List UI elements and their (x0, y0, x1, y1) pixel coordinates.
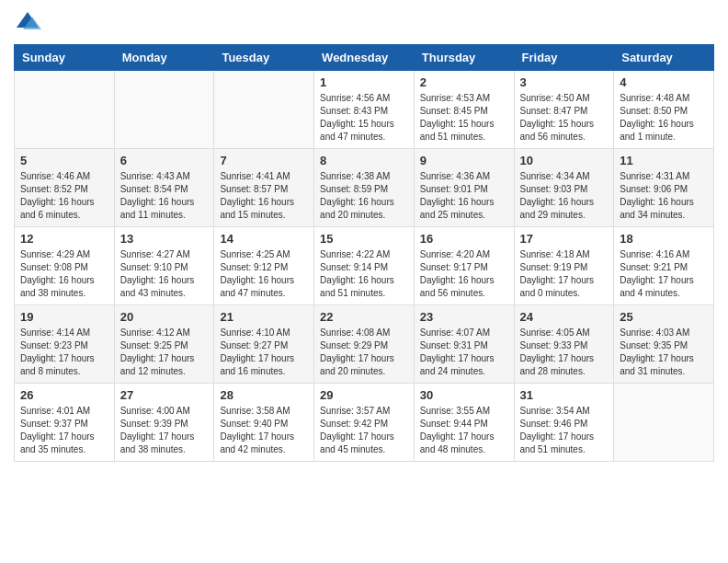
calendar-cell: 6Sunrise: 4:43 AMSunset: 8:54 PMDaylight… (114, 149, 214, 227)
calendar-week-row: 12Sunrise: 4:29 AMSunset: 9:08 PMDayligh… (15, 227, 714, 305)
calendar-cell: 9Sunrise: 4:36 AMSunset: 9:01 PMDaylight… (414, 149, 514, 227)
calendar-cell (15, 71, 115, 149)
calendar-cell (614, 384, 714, 462)
logo-icon (14, 9, 41, 37)
day-number: 18 (620, 232, 708, 246)
day-number: 16 (420, 232, 508, 246)
day-number: 26 (20, 388, 108, 402)
day-info: Sunrise: 4:34 AMSunset: 9:03 PMDaylight:… (520, 170, 609, 222)
day-info: Sunrise: 4:27 AMSunset: 9:10 PMDaylight:… (120, 248, 209, 300)
day-number: 9 (420, 154, 508, 167)
day-info: Sunrise: 4:16 AMSunset: 9:21 PMDaylight:… (620, 248, 708, 300)
day-number: 5 (20, 154, 108, 167)
calendar-cell: 3Sunrise: 4:50 AMSunset: 8:47 PMDaylight… (514, 71, 614, 149)
calendar-cell: 5Sunrise: 4:46 AMSunset: 8:52 PMDaylight… (15, 149, 115, 227)
calendar-cell: 26Sunrise: 4:01 AMSunset: 9:37 PMDayligh… (15, 384, 115, 462)
calendar-header-row: SundayMondayTuesdayWednesdayThursdayFrid… (15, 45, 714, 71)
day-of-week-header: Saturday (614, 45, 714, 71)
day-number: 30 (420, 388, 508, 402)
logo (14, 9, 43, 37)
day-info: Sunrise: 4:36 AMSunset: 9:01 PMDaylight:… (420, 170, 508, 222)
day-number: 11 (620, 154, 708, 167)
day-info: Sunrise: 4:38 AMSunset: 8:59 PMDaylight:… (320, 170, 408, 222)
day-of-week-header: Monday (114, 45, 214, 71)
day-number: 21 (220, 310, 308, 324)
day-number: 2 (420, 75, 508, 89)
day-number: 13 (120, 232, 209, 246)
day-number: 31 (520, 388, 609, 402)
calendar-cell (114, 71, 214, 149)
day-info: Sunrise: 4:53 AMSunset: 8:45 PMDaylight:… (420, 92, 508, 144)
day-info: Sunrise: 4:25 AMSunset: 9:12 PMDaylight:… (220, 248, 308, 300)
day-number: 12 (20, 232, 108, 246)
day-number: 4 (620, 75, 708, 89)
day-info: Sunrise: 4:10 AMSunset: 9:27 PMDaylight:… (220, 327, 308, 378)
day-info: Sunrise: 3:58 AMSunset: 9:40 PMDaylight:… (220, 405, 308, 456)
day-info: Sunrise: 4:18 AMSunset: 9:19 PMDaylight:… (520, 248, 609, 300)
day-number: 24 (520, 310, 609, 324)
calendar-week-row: 5Sunrise: 4:46 AMSunset: 8:52 PMDaylight… (15, 149, 714, 227)
calendar-cell: 23Sunrise: 4:07 AMSunset: 9:31 PMDayligh… (414, 305, 514, 384)
day-number: 25 (620, 310, 708, 324)
day-info: Sunrise: 4:12 AMSunset: 9:25 PMDaylight:… (120, 327, 209, 378)
day-number: 7 (220, 154, 308, 167)
calendar-cell: 18Sunrise: 4:16 AMSunset: 9:21 PMDayligh… (614, 227, 714, 305)
calendar-cell: 8Sunrise: 4:38 AMSunset: 8:59 PMDaylight… (314, 149, 415, 227)
calendar-cell: 25Sunrise: 4:03 AMSunset: 9:35 PMDayligh… (614, 305, 714, 384)
calendar-cell: 30Sunrise: 3:55 AMSunset: 9:44 PMDayligh… (414, 384, 514, 462)
day-number: 27 (120, 388, 209, 402)
day-number: 22 (320, 310, 408, 324)
day-of-week-header: Tuesday (214, 45, 314, 71)
calendar-cell: 17Sunrise: 4:18 AMSunset: 9:19 PMDayligh… (514, 227, 614, 305)
day-info: Sunrise: 4:14 AMSunset: 9:23 PMDaylight:… (20, 327, 108, 378)
page-header (14, 9, 714, 37)
calendar-cell: 28Sunrise: 3:58 AMSunset: 9:40 PMDayligh… (214, 384, 314, 462)
day-info: Sunrise: 4:07 AMSunset: 9:31 PMDaylight:… (420, 327, 508, 378)
calendar-cell: 27Sunrise: 4:00 AMSunset: 9:39 PMDayligh… (114, 384, 214, 462)
day-of-week-header: Friday (514, 45, 614, 71)
calendar-cell: 12Sunrise: 4:29 AMSunset: 9:08 PMDayligh… (15, 227, 115, 305)
calendar-cell: 21Sunrise: 4:10 AMSunset: 9:27 PMDayligh… (214, 305, 314, 384)
calendar-cell: 22Sunrise: 4:08 AMSunset: 9:29 PMDayligh… (314, 305, 415, 384)
day-info: Sunrise: 4:29 AMSunset: 9:08 PMDaylight:… (20, 248, 108, 300)
day-info: Sunrise: 4:56 AMSunset: 8:43 PMDaylight:… (320, 92, 408, 144)
calendar-cell (214, 71, 314, 149)
calendar-cell: 31Sunrise: 3:54 AMSunset: 9:46 PMDayligh… (514, 384, 614, 462)
calendar-cell: 24Sunrise: 4:05 AMSunset: 9:33 PMDayligh… (514, 305, 614, 384)
day-number: 14 (220, 232, 308, 246)
calendar-week-row: 19Sunrise: 4:14 AMSunset: 9:23 PMDayligh… (15, 305, 714, 384)
day-number: 20 (120, 310, 209, 324)
calendar-cell: 13Sunrise: 4:27 AMSunset: 9:10 PMDayligh… (114, 227, 214, 305)
day-info: Sunrise: 4:05 AMSunset: 9:33 PMDaylight:… (520, 327, 609, 378)
calendar-cell: 16Sunrise: 4:20 AMSunset: 9:17 PMDayligh… (414, 227, 514, 305)
day-number: 19 (20, 310, 108, 324)
calendar-week-row: 26Sunrise: 4:01 AMSunset: 9:37 PMDayligh… (15, 384, 714, 462)
calendar-cell: 7Sunrise: 4:41 AMSunset: 8:57 PMDaylight… (214, 149, 314, 227)
day-number: 15 (320, 232, 408, 246)
day-of-week-header: Sunday (15, 45, 115, 71)
day-number: 28 (220, 388, 308, 402)
calendar-cell: 10Sunrise: 4:34 AMSunset: 9:03 PMDayligh… (514, 149, 614, 227)
day-info: Sunrise: 4:01 AMSunset: 9:37 PMDaylight:… (20, 405, 108, 456)
day-info: Sunrise: 4:22 AMSunset: 9:14 PMDaylight:… (320, 248, 408, 300)
day-info: Sunrise: 4:46 AMSunset: 8:52 PMDaylight:… (20, 170, 108, 222)
day-of-week-header: Thursday (414, 45, 514, 71)
day-info: Sunrise: 4:41 AMSunset: 8:57 PMDaylight:… (220, 170, 308, 222)
day-info: Sunrise: 4:50 AMSunset: 8:47 PMDaylight:… (520, 92, 609, 144)
calendar-week-row: 1Sunrise: 4:56 AMSunset: 8:43 PMDaylight… (15, 71, 714, 149)
day-number: 3 (520, 75, 609, 89)
day-info: Sunrise: 3:54 AMSunset: 9:46 PMDaylight:… (520, 405, 609, 456)
calendar-cell: 19Sunrise: 4:14 AMSunset: 9:23 PMDayligh… (15, 305, 115, 384)
calendar-table: SundayMondayTuesdayWednesdayThursdayFrid… (14, 44, 714, 462)
day-number: 8 (320, 154, 408, 167)
day-number: 1 (320, 75, 408, 89)
calendar-cell: 1Sunrise: 4:56 AMSunset: 8:43 PMDaylight… (314, 71, 415, 149)
calendar-cell: 14Sunrise: 4:25 AMSunset: 9:12 PMDayligh… (214, 227, 314, 305)
day-number: 17 (520, 232, 609, 246)
day-info: Sunrise: 4:08 AMSunset: 9:29 PMDaylight:… (320, 327, 408, 378)
day-info: Sunrise: 3:55 AMSunset: 9:44 PMDaylight:… (420, 405, 508, 456)
calendar-cell: 29Sunrise: 3:57 AMSunset: 9:42 PMDayligh… (314, 384, 415, 462)
day-number: 23 (420, 310, 508, 324)
calendar-cell: 4Sunrise: 4:48 AMSunset: 8:50 PMDaylight… (614, 71, 714, 149)
calendar-cell: 2Sunrise: 4:53 AMSunset: 8:45 PMDaylight… (414, 71, 514, 149)
